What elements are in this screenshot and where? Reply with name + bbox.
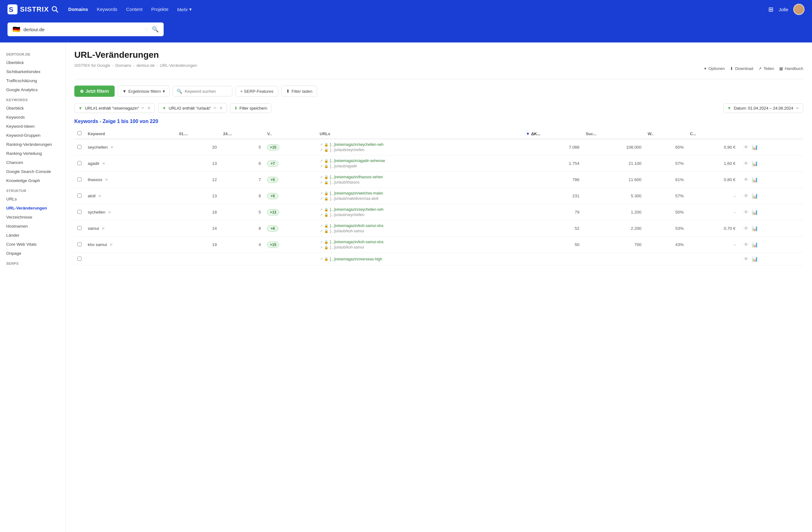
favorite-icon[interactable]: ☆: [145, 27, 149, 32]
sidebar-item-onpage[interactable]: Onpage: [0, 249, 65, 258]
sidebar-item-keyword-ideen[interactable]: Keyword-Ideen: [0, 122, 65, 131]
chart-icon[interactable]: 📊: [752, 226, 758, 231]
sidebar-item-ueberblick-kw[interactable]: Überblick: [0, 104, 65, 113]
eye-icon[interactable]: 👁: [744, 177, 749, 182]
sidebar-item-keyword-gruppen[interactable]: Keyword-Gruppen: [0, 131, 65, 140]
list-icon[interactable]: ≡: [110, 242, 113, 247]
filter-tag-close-2[interactable]: ✕: [219, 105, 223, 110]
sidebar-item-chancen[interactable]: Chancen: [0, 158, 65, 167]
chart-icon-last[interactable]: 📊: [752, 256, 758, 262]
row-checkbox-2[interactable]: [77, 177, 82, 181]
sidebar-item-url-veraenderungen[interactable]: URL-Veränderungen: [0, 204, 65, 212]
eye-icon[interactable]: 👁: [744, 242, 749, 247]
row-checkbox-5[interactable]: [77, 226, 82, 230]
col-keyword[interactable]: Keyword: [85, 129, 176, 139]
list-icon[interactable]: ≡: [105, 177, 108, 182]
grid-icon[interactable]: ⊞: [768, 5, 773, 13]
chart-icon[interactable]: 📊: [752, 193, 758, 198]
list-icon[interactable]: ≡: [102, 161, 105, 166]
row-keyword: thassos ≡: [85, 172, 176, 188]
nav-content[interactable]: Content: [126, 6, 143, 12]
col-01[interactable]: 01....: [176, 129, 220, 139]
change-badge: +15: [267, 144, 279, 150]
breadcrumb-domains[interactable]: Domains: [115, 63, 131, 68]
sidebar-item-google-analytics[interactable]: Google Analytics: [0, 85, 65, 94]
col-dk[interactable]: ▼ΔK...: [523, 129, 583, 139]
col-v[interactable]: V..: [264, 129, 316, 139]
row-checkbox-last[interactable]: [77, 257, 82, 261]
row-col2: 8: [220, 188, 264, 204]
row-keyword: atoll ≡: [85, 188, 176, 204]
sidebar-item-ranking-veraenderungen[interactable]: Ranking-Veränderungen: [0, 140, 65, 149]
date-edit-icon[interactable]: ✏: [796, 106, 799, 110]
sidebar-item-sichtbarkeit[interactable]: Sichtbarkeitsindex: [0, 67, 65, 76]
chart-icon[interactable]: 📊: [752, 177, 758, 182]
sidebar-item-urls[interactable]: URLs: [0, 194, 65, 204]
list-icon[interactable]: ≡: [108, 210, 111, 215]
chart-icon[interactable]: 📊: [752, 242, 758, 247]
row-suc: 108.000: [582, 139, 644, 156]
ergebnisse-filtern-button[interactable]: ▼ Ergebnisse filtern ▾: [118, 86, 170, 97]
keyword-suchen-field[interactable]: 🔍: [173, 86, 232, 97]
jetzt-filtern-button[interactable]: ⊕ Jetzt filtern: [74, 86, 115, 97]
sidebar-item-traffic[interactable]: Trafficschätzung: [0, 76, 65, 85]
col-24[interactable]: 24....: [220, 129, 264, 139]
serp-features-button[interactable]: + SERP-Features: [235, 86, 278, 97]
sidebar-item-knowledge-graph[interactable]: Knowledge Graph: [0, 176, 65, 185]
lock-last: 🔒: [324, 257, 329, 261]
row-checkbox-3[interactable]: [77, 194, 82, 198]
list-icon[interactable]: ≡: [99, 194, 101, 198]
teilen-button[interactable]: ↗ Teilen: [758, 66, 774, 71]
eye-icon[interactable]: 👁: [744, 226, 749, 231]
sidebar-item-core-web-vitals[interactable]: Core Web Vitals: [0, 240, 65, 249]
chart-icon[interactable]: 📊: [752, 145, 758, 150]
top-navigation: S SISTRIX Domains Keywords Content Proje…: [0, 0, 812, 19]
chart-icon[interactable]: 📊: [752, 161, 758, 166]
col-suc[interactable]: Suc...: [582, 129, 644, 139]
row-checkbox-0[interactable]: [77, 145, 82, 149]
sidebar-item-ranking-verteilung[interactable]: Ranking-Verteilung: [0, 149, 65, 158]
sidebar-item-hostnamen[interactable]: Hostnamen: [0, 222, 65, 231]
col-urls[interactable]: URLs: [317, 129, 523, 139]
row-urls: ↗ 🔒 [...]reisemagazin/seychellen-seh ↗ 🔒…: [317, 139, 523, 156]
nav-mehr[interactable]: Mehr ▾: [177, 6, 191, 12]
external-link-icon-2: ↗: [320, 148, 323, 152]
nav-domains[interactable]: Domains: [68, 6, 88, 12]
list-icon[interactable]: ≡: [111, 145, 113, 150]
keyword-search-input[interactable]: [185, 89, 228, 94]
eye-icon[interactable]: 👁: [744, 193, 749, 198]
sidebar-item-laender[interactable]: Länder: [0, 231, 65, 240]
eye-icon-last[interactable]: 👁: [744, 256, 749, 262]
sidebar-item-google-search-console[interactable]: Google Search Console: [0, 167, 65, 176]
filter-tag-edit-2[interactable]: ✏: [214, 106, 217, 110]
row-checkbox-6[interactable]: [77, 242, 82, 246]
filter-tag-edit-1[interactable]: ✏: [142, 106, 145, 110]
row-checkbox-1[interactable]: [77, 161, 82, 165]
filter-tag-close-1[interactable]: ✕: [147, 105, 151, 110]
eye-icon[interactable]: 👁: [744, 161, 749, 166]
nav-projekte[interactable]: Projekte: [151, 6, 168, 12]
nav-keywords[interactable]: Keywords: [97, 6, 117, 12]
row-checkbox-4[interactable]: [77, 210, 82, 214]
eye-icon[interactable]: 👁: [744, 209, 749, 215]
optionen-button[interactable]: ▾ Optionen: [704, 66, 725, 71]
external-link-icon-2: ↗: [320, 229, 323, 233]
eye-icon[interactable]: 👁: [744, 145, 749, 150]
breadcrumb-dertour[interactable]: dertour.de: [136, 63, 155, 68]
sidebar-item-verzeichnisse[interactable]: Verzeichnisse: [0, 212, 65, 222]
sidebar-item-keywords[interactable]: Keywords: [0, 113, 65, 122]
save-filter-button[interactable]: ⬇ Filter speichern: [230, 103, 271, 113]
download-button[interactable]: ⬇ Download: [730, 66, 753, 71]
search-submit-icon[interactable]: 🔍: [152, 26, 159, 33]
list-icon[interactable]: ≡: [102, 226, 105, 231]
col-c[interactable]: C...: [687, 129, 739, 139]
search-input[interactable]: [24, 27, 142, 32]
handbuch-button[interactable]: ▦ Handbuch: [779, 66, 803, 71]
breadcrumb-sistrix[interactable]: SISTRIX für Google: [74, 63, 110, 68]
col-w[interactable]: W..: [644, 129, 687, 139]
date-filter[interactable]: ▼ Datum: 01.04.2024 ~ 24.06.2024 ✏: [723, 103, 803, 113]
select-all-checkbox[interactable]: [77, 131, 82, 135]
chart-icon[interactable]: 📊: [752, 209, 758, 215]
filter-laden-button[interactable]: ⬆ Filter laden: [281, 86, 317, 97]
sidebar-item-ueberblick-domain[interactable]: Überblick: [0, 58, 65, 67]
